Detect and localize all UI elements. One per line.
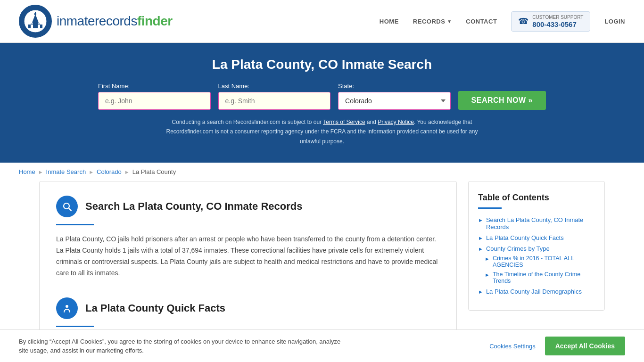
state-select[interactable]: AlabamaAlaskaArizonaArkansasCaliforniaCo…	[338, 92, 451, 110]
toc-sub-link-2[interactable]: ► The Timeline of the County Crime Trend…	[485, 271, 595, 284]
first-name-label: First Name:	[98, 82, 130, 90]
headset-icon: ☎	[518, 16, 528, 26]
toc-chevron-3: ►	[478, 246, 483, 252]
toc-underline	[478, 207, 502, 209]
toc-sub-chevron-1: ►	[485, 256, 490, 262]
nav-records-link[interactable]: RECORDS	[413, 18, 446, 25]
nav-contact[interactable]: CONTACT	[466, 18, 497, 25]
breadcrumb-home[interactable]: Home	[19, 168, 35, 175]
breadcrumb-sep-3: ►	[124, 169, 130, 175]
last-name-group: Last Name:	[218, 82, 331, 110]
nav-login[interactable]: LOGIN	[604, 18, 625, 25]
toc-chevron-4: ►	[478, 289, 483, 295]
toc-link-2[interactable]: ► La Plata County Quick Facts	[478, 234, 595, 241]
privacy-notice-link[interactable]: Privacy Notice	[378, 119, 414, 125]
cookie-banner: By clicking “Accept All Cookies”, you ag…	[0, 329, 644, 360]
chevron-down-icon: ▼	[447, 19, 452, 24]
content-card: Search La Plata County, CO Inmate Record…	[39, 181, 457, 350]
svg-point-8	[66, 305, 68, 308]
state-group: State: AlabamaAlaskaArizonaArkansasCalif…	[338, 82, 451, 110]
breadcrumb-sep-1: ►	[38, 169, 43, 175]
toc-item-1: ► Search La Plata County, CO Inmate Reco…	[478, 216, 595, 230]
cookie-actions: Cookies Settings Accept All Cookies	[489, 337, 625, 355]
toc-sublist: ► Crimes % in 2016 - TOTAL ALL AGENCIES …	[478, 255, 595, 284]
svg-rect-2	[31, 24, 40, 25]
search-section-underline	[56, 224, 94, 225]
logo-area: inmaterecordsfinder	[19, 5, 173, 38]
hero-search-section: La Plata County, CO Inmate Search First …	[0, 43, 644, 163]
sidebar-card: Table of Contents ► Search La Plata Coun…	[468, 181, 605, 311]
main-container: Search La Plata County, CO Inmate Record…	[20, 181, 624, 350]
search-section-body: La Plata County, CO jails hold prisoners…	[56, 234, 440, 279]
last-name-input[interactable]	[218, 92, 331, 110]
quick-facts-icon	[56, 297, 78, 319]
logo-icon	[19, 5, 52, 38]
cookie-text: By clicking “Accept All Cookies”, you ag…	[19, 337, 349, 355]
toc-item-3: ► County Crimes by Type ► Crimes % in 20…	[478, 245, 595, 284]
customer-support-box: ☎ CUSTOMER SUPPORT 800-433-0567	[511, 11, 590, 32]
toc-chevron-1: ►	[478, 217, 483, 223]
toc-title: Table of Contents	[478, 193, 595, 203]
toc-sub-item-1: ► Crimes % in 2016 - TOTAL ALL AGENCIES	[485, 255, 595, 268]
state-label: State:	[338, 82, 354, 90]
quick-facts-title: La Plata County Quick Facts	[85, 302, 225, 314]
terms-of-service-link[interactable]: Terms of Service	[323, 119, 365, 125]
toc-link-4[interactable]: ► La Plata County Jail Demographics	[478, 288, 595, 295]
breadcrumb-sep-2: ►	[89, 169, 94, 175]
breadcrumb-colorado[interactable]: Colorado	[97, 168, 122, 175]
first-name-group: First Name:	[98, 82, 211, 110]
breadcrumb-current: La Plata County	[132, 168, 176, 175]
cookies-settings-button[interactable]: Cookies Settings	[489, 343, 536, 350]
toc-link-3[interactable]: ► County Crimes by Type	[478, 245, 595, 252]
search-form: First Name: Last Name: State: AlabamaAla…	[98, 82, 546, 110]
accept-all-cookies-button[interactable]: Accept All Cookies	[545, 337, 625, 355]
site-header: inmaterecordsfinder HOME RECORDS ▼ CONTA…	[0, 0, 644, 43]
toc-link-1[interactable]: ► Search La Plata County, CO Inmate Reco…	[478, 216, 595, 230]
support-info: CUSTOMER SUPPORT 800-433-0567	[532, 15, 583, 28]
toc-chevron-2: ►	[478, 235, 483, 241]
search-now-button[interactable]: SEARCH NOW »	[458, 91, 546, 110]
toc-item-4: ► La Plata County Jail Demographics	[478, 288, 595, 295]
logo-text: inmaterecordsfinder	[57, 14, 173, 29]
search-section-icon	[56, 196, 78, 217]
search-section-heading: Search La Plata County, CO Inmate Record…	[56, 196, 440, 217]
main-nav: HOME RECORDS ▼ CONTACT ☎ CUSTOMER SUPPOR…	[380, 11, 625, 32]
svg-rect-5	[35, 12, 36, 14]
svg-rect-6	[28, 25, 31, 28]
toc-list: ► Search La Plata County, CO Inmate Reco…	[478, 216, 595, 295]
quick-facts-underline	[56, 326, 94, 327]
svg-rect-7	[40, 25, 42, 28]
svg-rect-1	[33, 23, 38, 28]
first-name-input[interactable]	[98, 92, 211, 110]
quick-facts-heading: La Plata County Quick Facts	[56, 297, 440, 319]
hero-disclaimer: Conducting a search on Recordsfinder.com…	[157, 117, 487, 146]
nav-home[interactable]: HOME	[380, 18, 399, 25]
last-name-label: Last Name:	[218, 82, 249, 90]
toc-item-2: ► La Plata County Quick Facts	[478, 234, 595, 241]
breadcrumb-inmate-search[interactable]: Inmate Search	[46, 168, 86, 175]
toc-sub-item-2: ► The Timeline of the County Crime Trend…	[485, 271, 595, 284]
toc-sub-link-1[interactable]: ► Crimes % in 2016 - TOTAL ALL AGENCIES	[485, 255, 595, 268]
breadcrumb: Home ► Inmate Search ► Colorado ► La Pla…	[0, 163, 644, 181]
nav-records[interactable]: RECORDS ▼	[413, 18, 452, 25]
search-section-title: Search La Plata County, CO Inmate Record…	[85, 200, 303, 213]
hero-title: La Plata County, CO Inmate Search	[19, 57, 625, 72]
toc-sub-chevron-2: ►	[485, 272, 490, 278]
